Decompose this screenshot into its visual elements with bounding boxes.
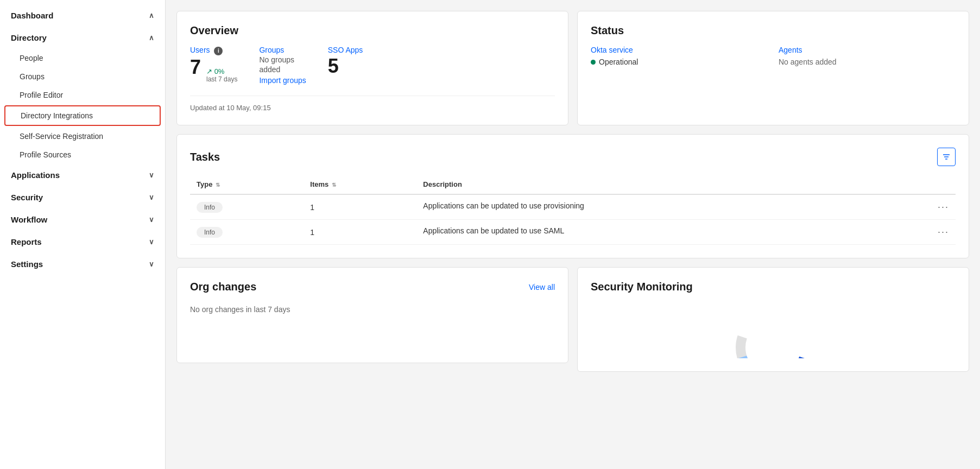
- sidebar-item-security[interactable]: Security ∨: [0, 186, 165, 208]
- sidebar-item-reports-label: Reports: [11, 237, 42, 246]
- groups-metric: Groups No groups added Import groups: [259, 46, 306, 85]
- sidebar-item-directory[interactable]: Directory ∧: [0, 27, 165, 49]
- row1-items: 1: [304, 194, 416, 220]
- tasks-filter-button[interactable]: [937, 148, 956, 166]
- row1-description: Applications can be updated to use provi…: [416, 194, 956, 220]
- agents-status-text: No agents added: [779, 58, 956, 66]
- chevron-workflow-icon: ∨: [149, 216, 154, 224]
- sidebar: Dashboard ∧ Directory ∧ People Groups Pr…: [0, 0, 166, 469]
- users-link[interactable]: Users: [190, 46, 210, 54]
- main-content: Overview Users i 7 ↗ 0% last 7 days: [166, 0, 980, 469]
- row2-description: Applications can be updated to use SAML …: [416, 220, 956, 245]
- sidebar-item-settings-label: Settings: [11, 259, 43, 269]
- row2-items: 1: [304, 220, 416, 245]
- sidebar-item-dashboard-label: Dashboard: [11, 11, 53, 20]
- col-type-label: Type: [197, 180, 212, 188]
- status-title: Status: [591, 24, 956, 37]
- tasks-card: Tasks Type ⇅ Items ⇅: [176, 134, 969, 258]
- row1-menu-button[interactable]: ···: [938, 201, 949, 213]
- status-dot-green: [591, 60, 596, 65]
- sort-items-icon: ⇅: [332, 182, 336, 188]
- donut-chart-svg: [730, 304, 817, 358]
- sidebar-item-settings[interactable]: Settings ∨: [0, 253, 165, 275]
- sidebar-item-self-service-registration[interactable]: Self-Service Registration: [0, 127, 165, 145]
- row1-type: Info: [190, 194, 304, 220]
- tasks-title: Tasks: [190, 151, 220, 163]
- tasks-header: Tasks: [190, 148, 956, 166]
- overview-metrics: Users i 7 ↗ 0% last 7 days Groups No gro…: [190, 46, 555, 85]
- org-changes-empty: No org changes in last 7 days: [190, 301, 555, 318]
- org-changes-card: Org changes View all No org changes in l…: [176, 267, 568, 363]
- view-all-link[interactable]: View all: [529, 283, 555, 291]
- sidebar-item-groups[interactable]: Groups: [0, 67, 165, 86]
- type-badge-2: Info: [197, 227, 223, 238]
- chevron-dashboard-icon: ∧: [149, 11, 154, 20]
- sidebar-item-workflow[interactable]: Workflow ∨: [0, 208, 165, 231]
- sidebar-item-security-label: Security: [11, 193, 43, 202]
- sidebar-item-profile-editor[interactable]: Profile Editor: [0, 86, 165, 104]
- sidebar-item-people[interactable]: People: [0, 49, 165, 67]
- import-groups-link[interactable]: Import groups: [259, 76, 306, 85]
- org-changes-header: Org changes View all: [190, 281, 555, 293]
- overview-card: Overview Users i 7 ↗ 0% last 7 days: [176, 11, 568, 125]
- chevron-security-icon: ∨: [149, 193, 154, 201]
- users-info-icon[interactable]: i: [214, 47, 223, 55]
- okta-status-badge: Operational: [591, 58, 768, 66]
- agents-link[interactable]: Agents: [779, 46, 956, 54]
- sidebar-item-directory-integrations[interactable]: Directory Integrations: [4, 105, 161, 126]
- type-badge-1: Info: [197, 202, 223, 213]
- col-items-label: Items: [310, 180, 328, 188]
- security-monitoring-title: Security Monitoring: [591, 281, 956, 293]
- status-cols: Okta service Operational Agents No agent…: [591, 46, 956, 66]
- table-row: Info 1 Applications can be updated to us…: [190, 220, 956, 245]
- sso-metric: SSO Apps 5: [328, 46, 363, 85]
- col-description: Description: [416, 175, 956, 194]
- sidebar-item-dashboard[interactable]: Dashboard ∧: [0, 4, 165, 27]
- status-card: Status Okta service Operational Agents N…: [577, 11, 969, 125]
- row2-type: Info: [190, 220, 304, 245]
- row2-menu-button[interactable]: ···: [938, 226, 949, 238]
- sso-count: 5: [328, 54, 363, 78]
- col-description-label: Description: [423, 180, 462, 188]
- chevron-directory-icon: ∧: [149, 34, 154, 42]
- chevron-applications-icon: ∨: [149, 171, 154, 179]
- chevron-reports-icon: ∨: [149, 238, 154, 246]
- svg-point-3: [741, 315, 806, 358]
- groups-link[interactable]: Groups: [259, 46, 284, 54]
- users-trend-sub: last 7 days: [206, 75, 237, 83]
- sso-link[interactable]: SSO Apps: [328, 46, 363, 54]
- sidebar-item-reports[interactable]: Reports ∨: [0, 231, 165, 253]
- chevron-settings-icon: ∨: [149, 260, 154, 268]
- tasks-table: Type ⇅ Items ⇅ Description Info: [190, 175, 956, 245]
- agents-block: Agents No agents added: [779, 46, 956, 66]
- sidebar-item-workflow-label: Workflow: [11, 215, 47, 224]
- filter-icon: [942, 153, 951, 161]
- col-type[interactable]: Type ⇅: [190, 175, 304, 194]
- svg-point-4: [741, 315, 806, 358]
- okta-service-block: Okta service Operational: [591, 46, 768, 66]
- groups-text2: added: [259, 65, 306, 74]
- users-metric: Users i 7 ↗ 0% last 7 days: [190, 46, 237, 85]
- table-row: Info 1 Applications can be updated to us…: [190, 194, 956, 220]
- svg-point-5: [741, 315, 806, 358]
- users-trend: ↗ 0%: [206, 67, 237, 75]
- org-changes-title: Org changes: [190, 281, 256, 293]
- sidebar-item-applications-label: Applications: [11, 170, 60, 180]
- sidebar-item-profile-sources[interactable]: Profile Sources: [0, 145, 165, 164]
- sidebar-item-applications[interactable]: Applications ∨: [0, 164, 165, 186]
- overview-updated: Updated at 10 May, 09:15: [190, 96, 555, 112]
- security-monitoring-chart: [591, 304, 956, 358]
- col-items[interactable]: Items ⇅: [304, 175, 416, 194]
- okta-status-text: Operational: [599, 58, 638, 66]
- okta-service-link[interactable]: Okta service: [591, 46, 768, 54]
- users-count: 7: [190, 55, 201, 79]
- sidebar-item-directory-label: Directory: [11, 33, 47, 42]
- security-monitoring-card: Security Monitoring: [577, 267, 969, 372]
- groups-text1: No groups: [259, 55, 306, 64]
- overview-title: Overview: [190, 24, 555, 37]
- sort-type-icon: ⇅: [216, 182, 220, 188]
